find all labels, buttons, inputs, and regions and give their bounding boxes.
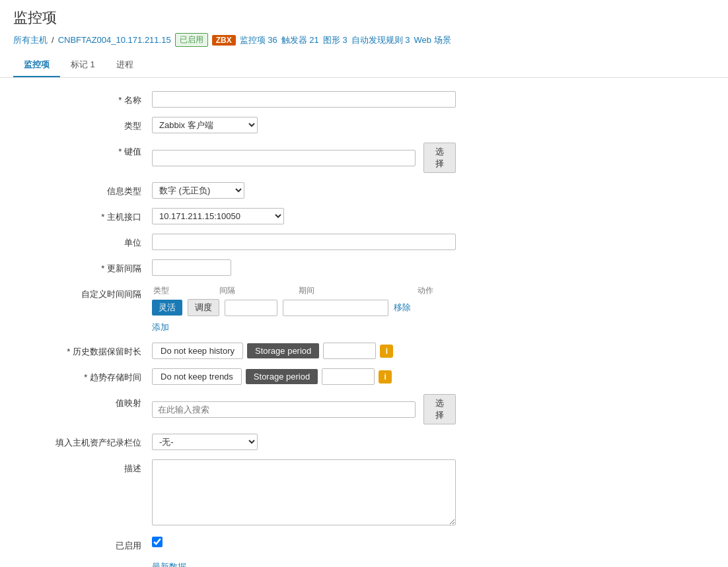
input-valuemap[interactable] — [152, 401, 416, 418]
control-desc — [152, 459, 456, 527]
col-header-action: 动作 — [418, 285, 433, 296]
input-update-interval[interactable]: 1m — [152, 259, 231, 276]
btn-key-select[interactable]: 选择 — [423, 143, 456, 173]
btn-trends-storage[interactable]: Storage period — [246, 369, 318, 384]
btn-history-not-keep[interactable]: Do not keep history — [152, 343, 243, 359]
label-enabled: 已启用 — [20, 537, 152, 552]
label-custom-time: 自定义时间间隔 — [20, 285, 152, 300]
label-inventory: 填入主机资产纪录栏位 — [20, 434, 152, 449]
input-desc[interactable] — [152, 459, 456, 525]
input-unit[interactable] — [152, 234, 456, 250]
select-info-type[interactable]: 数字 (无正负) — [152, 182, 244, 199]
row-type: 类型 Zabbix 客户端 — [20, 117, 708, 133]
row-latest-data: 最新数据 更新 克隆 Execute now 测试 清除历史和趋势 删除 取消 — [20, 561, 708, 567]
control-host-interface: 10.171.211.15:10050 — [152, 208, 456, 224]
label-host-interface: * 主机接口 — [20, 208, 152, 223]
btn-valuemap-select[interactable]: 选择 — [423, 394, 456, 424]
control-valuemap: 选择 — [152, 394, 456, 424]
col-header-interval: 间隔 — [219, 285, 299, 296]
control-enabled — [152, 537, 456, 547]
row-history: * 历史数据保留时长 Do not keep history Storage p… — [20, 343, 708, 359]
input-name[interactable]: o2Popper进程状态监控 — [152, 91, 456, 108]
history-info-icon[interactable]: i — [380, 345, 393, 358]
breadcrumb-triggers[interactable]: 触发器 21 — [281, 34, 319, 46]
row-custom-time: 自定义时间间隔 类型 间隔 期间 动作 灵活 调度 50s 1-7,0:00-2… — [20, 285, 708, 333]
form-content: * 名称 o2Popper进程状态监控 类型 Zabbix 客户端 * 键值 o… — [0, 78, 728, 567]
tab-tags[interactable]: 标记 1 — [60, 53, 106, 77]
col-header-period: 期间 — [299, 285, 418, 296]
select-inventory[interactable]: -无- — [152, 434, 258, 450]
checkbox-enabled[interactable] — [152, 537, 163, 547]
add-custom-time-link[interactable]: 添加 — [152, 321, 169, 333]
breadcrumb-graphs[interactable]: 图形 3 — [323, 34, 347, 46]
label-valuemap: 值映射 — [20, 394, 152, 409]
breadcrumb-host[interactable]: CNBFTAZ004_10.171.211.15 — [58, 35, 171, 45]
row-unit: 单位 — [20, 234, 708, 250]
row-name: * 名称 o2Popper进程状态监控 — [20, 91, 708, 108]
label-trends: * 趋势存储时间 — [20, 368, 152, 384]
row-valuemap: 值映射 选择 — [20, 394, 708, 424]
history-storage-row: Do not keep history Storage period 90d i — [152, 343, 456, 359]
control-type: Zabbix 客户端 — [152, 117, 456, 133]
control-custom-time: 类型 间隔 期间 动作 灵活 调度 50s 1-7,0:00-24:00 移除 … — [152, 285, 482, 333]
custom-time-row: 灵活 调度 50s 1-7,0:00-24:00 移除 — [152, 299, 482, 316]
latest-data-link[interactable]: 最新数据 — [152, 561, 456, 567]
control-latest-data: 最新数据 更新 克隆 Execute now 测试 清除历史和趋势 删除 取消 — [152, 561, 456, 567]
breadcrumb-sep1: / — [52, 35, 54, 45]
input-history-period[interactable]: 90d — [323, 343, 376, 359]
tab-items[interactable]: 监控项 — [13, 53, 60, 77]
page-title: 监控项 — [13, 8, 715, 28]
badge-zbx: ZBX — [212, 35, 236, 46]
row-update-interval: * 更新间隔 1m — [20, 259, 708, 276]
nav-tabs: 监控项 标记 1 进程 — [13, 53, 715, 77]
control-name: o2Popper进程状态监控 — [152, 91, 456, 108]
label-history: * 历史数据保留时长 — [20, 343, 152, 358]
col-header-type: 类型 — [153, 285, 219, 296]
input-interval[interactable]: 50s — [225, 300, 277, 316]
select-host-interface[interactable]: 10.171.211.15:10050 — [152, 208, 284, 224]
label-desc: 描述 — [20, 459, 152, 475]
control-history: Do not keep history Storage period 90d i — [152, 343, 456, 359]
tag-scheduled[interactable]: 调度 — [188, 299, 219, 316]
tag-flexible[interactable]: 灵活 — [152, 300, 182, 316]
label-info-type: 信息类型 — [20, 182, 152, 197]
input-trends-period[interactable]: 365d — [322, 368, 375, 385]
btn-history-storage[interactable]: Storage period — [247, 343, 319, 358]
control-info-type: 数字 (无正负) — [152, 182, 456, 199]
row-trends: * 趋势存储时间 Do not keep trends Storage peri… — [20, 368, 708, 385]
control-update-interval: 1m — [152, 259, 456, 276]
row-key: * 键值 o2Popper.status 选择 — [20, 143, 708, 173]
control-unit — [152, 234, 456, 250]
control-inventory: -无- — [152, 434, 456, 450]
control-trends: Do not keep trends Storage period 365d i — [152, 368, 456, 385]
label-update-interval: * 更新间隔 — [20, 259, 152, 275]
badge-enabled: 已启用 — [175, 33, 208, 47]
remove-link[interactable]: 移除 — [394, 302, 411, 314]
label-type: 类型 — [20, 117, 152, 132]
select-type[interactable]: Zabbix 客户端 — [152, 117, 258, 133]
trends-storage-row: Do not keep trends Storage period 365d i — [152, 368, 456, 385]
row-enabled: 已启用 — [20, 537, 708, 552]
label-unit: 单位 — [20, 234, 152, 249]
breadcrumb: 所有主机 / CNBFTAZ004_10.171.211.15 已启用 ZBX … — [13, 33, 715, 47]
input-period[interactable]: 1-7,0:00-24:00 — [283, 300, 388, 316]
tab-process[interactable]: 进程 — [106, 53, 144, 77]
input-key[interactable]: o2Popper.status — [152, 150, 416, 166]
row-inventory: 填入主机资产纪录栏位 -无- — [20, 434, 708, 450]
row-host-interface: * 主机接口 10.171.211.15:10050 — [20, 208, 708, 224]
page-header: 监控项 所有主机 / CNBFTAZ004_10.171.211.15 已启用 … — [0, 0, 728, 78]
row-info-type: 信息类型 数字 (无正负) — [20, 182, 708, 199]
custom-time-header: 类型 间隔 期间 动作 — [152, 285, 482, 296]
btn-trends-not-keep[interactable]: Do not keep trends — [152, 368, 242, 385]
control-key: o2Popper.status 选择 — [152, 143, 456, 173]
label-latest-data-empty — [20, 561, 152, 564]
label-key: * 键值 — [20, 143, 152, 158]
trends-info-icon[interactable]: i — [379, 370, 392, 384]
breadcrumb-web[interactable]: Web 场景 — [414, 34, 451, 46]
breadcrumb-discovery[interactable]: 自动发现规则 3 — [351, 34, 410, 46]
label-name: * 名称 — [20, 91, 152, 106]
breadcrumb-items[interactable]: 监控项 36 — [240, 34, 277, 46]
breadcrumb-all-hosts[interactable]: 所有主机 — [13, 34, 48, 46]
row-desc: 描述 — [20, 459, 708, 527]
